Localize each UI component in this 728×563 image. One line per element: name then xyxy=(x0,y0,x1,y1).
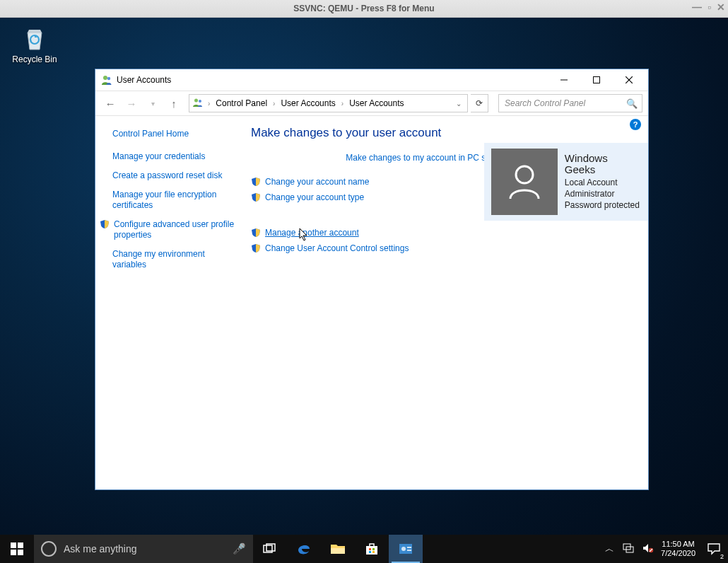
chevron-right-icon[interactable]: › xyxy=(206,100,211,108)
control-panel-taskbar-icon[interactable] xyxy=(389,535,423,563)
sidebar-item-env-vars[interactable]: Change my environment variables xyxy=(112,249,237,270)
svg-rect-24 xyxy=(407,547,411,548)
user-accounts-icon xyxy=(101,74,112,86)
user-card: Windows Geeks Local Account Administrato… xyxy=(484,143,648,221)
change-uac-settings-link[interactable]: Change User Account Control settings xyxy=(251,243,634,253)
system-tray: ︿ 11:50 AM 7/24/2020 xyxy=(599,540,700,558)
search-icon[interactable]: 🔍 xyxy=(626,98,638,109)
control-panel-window: User Accounts ← → ▾ ↑ xyxy=(95,69,649,490)
host-minimize[interactable]: — xyxy=(692,1,702,13)
user-line-2: Password protected xyxy=(565,199,641,211)
svg-rect-10 xyxy=(11,542,16,548)
host-title: SSVNC: QEMU - Press F8 for Menu xyxy=(293,4,434,13)
svg-point-8 xyxy=(199,100,201,103)
user-line-1: Administrator xyxy=(565,188,641,199)
link-label: Change User Account Control settings xyxy=(265,243,409,253)
sidebar: Control Panel Home Manage your credentia… xyxy=(95,122,244,489)
refresh-button[interactable]: ⟳ xyxy=(471,94,488,112)
up-button[interactable]: ↑ xyxy=(165,94,183,112)
svg-rect-18 xyxy=(369,548,371,550)
svg-rect-11 xyxy=(18,542,23,548)
store-icon[interactable] xyxy=(355,535,389,563)
sidebar-item-label: Change my environment variables xyxy=(112,249,237,270)
svg-point-1 xyxy=(103,76,107,80)
cp-titlebar[interactable]: User Accounts xyxy=(95,69,648,91)
crumb-1[interactable]: User Accounts xyxy=(279,98,336,108)
close-button[interactable] xyxy=(613,70,645,90)
shield-icon xyxy=(251,228,261,238)
time: 11:50 AM xyxy=(661,540,695,549)
action-center-icon[interactable]: 2 xyxy=(700,535,728,563)
taskbar-search-placeholder: Ask me anything xyxy=(64,543,225,555)
recent-button[interactable]: ▾ xyxy=(143,94,162,112)
link-label: Change your account type xyxy=(265,192,364,202)
recycle-bin-label: Recycle Bin xyxy=(10,54,59,64)
sidebar-item-label: Create a password reset disk xyxy=(112,170,237,181)
tray-chevron-icon[interactable]: ︿ xyxy=(604,542,616,555)
chevron-right-icon[interactable]: › xyxy=(271,100,276,108)
forward-button[interactable]: → xyxy=(122,94,141,112)
user-name: Windows Geeks xyxy=(565,153,641,175)
search-input[interactable] xyxy=(503,98,626,109)
svg-point-7 xyxy=(194,98,198,102)
sidebar-item-label: Configure advanced user profile properti… xyxy=(114,219,237,240)
shield-icon xyxy=(251,192,261,202)
svg-rect-16 xyxy=(331,548,345,554)
svg-rect-4 xyxy=(594,77,600,83)
sidebar-item-label: Manage your credentials xyxy=(112,151,237,162)
svg-point-2 xyxy=(107,77,110,80)
recycle-bin[interactable]: Recycle Bin xyxy=(10,23,59,64)
breadcrumb[interactable]: › Control Panel › User Accounts › User A… xyxy=(189,94,468,112)
cortana-icon xyxy=(41,541,57,557)
svg-rect-19 xyxy=(372,548,375,550)
notification-count: 2 xyxy=(720,553,724,560)
volume-icon[interactable] xyxy=(641,543,655,555)
crumb-0[interactable]: Control Panel xyxy=(214,98,269,108)
desktop[interactable]: Recycle Bin User Accounts xyxy=(0,18,728,563)
cp-title: User Accounts xyxy=(117,75,171,85)
network-icon[interactable] xyxy=(621,543,635,555)
svg-rect-12 xyxy=(11,550,16,555)
sidebar-item-credentials[interactable]: Manage your credentials xyxy=(112,151,237,162)
edge-icon[interactable] xyxy=(287,535,321,563)
sidebar-item-password-reset[interactable]: Create a password reset disk xyxy=(112,170,237,181)
taskbar: Ask me anything 🎤 ︿ xyxy=(0,535,728,563)
date: 7/24/2020 xyxy=(661,549,695,558)
user-line-0: Local Account xyxy=(565,177,641,188)
svg-point-9 xyxy=(516,166,533,183)
svg-rect-17 xyxy=(366,546,377,555)
control-panel-home-link[interactable]: Control Panel Home xyxy=(112,129,237,139)
recycle-bin-icon xyxy=(20,23,49,53)
maximize-button[interactable] xyxy=(580,70,613,90)
sidebar-item-encryption[interactable]: Manage your file encryption certificates xyxy=(112,190,237,211)
chevron-right-icon[interactable]: › xyxy=(340,100,345,108)
svg-rect-25 xyxy=(407,550,411,551)
search-box[interactable]: 🔍 xyxy=(498,94,642,112)
avatar xyxy=(491,149,558,215)
task-view-button[interactable] xyxy=(253,535,287,563)
svg-point-23 xyxy=(401,547,406,551)
address-bar: ← → ▾ ↑ › Control Panel › xyxy=(95,91,648,116)
microphone-icon[interactable]: 🎤 xyxy=(233,542,246,555)
link-label: Manage another account xyxy=(265,228,359,238)
manage-another-account-link[interactable]: Manage another account xyxy=(251,228,634,238)
back-button[interactable]: ← xyxy=(101,94,119,112)
sidebar-item-profile-properties[interactable]: Configure advanced user profile properti… xyxy=(112,219,237,240)
svg-rect-13 xyxy=(18,550,23,555)
host-titlebar: SSVNC: QEMU - Press F8 for Menu — ▫ ✕ xyxy=(0,0,728,18)
sidebar-item-label: Manage your file encryption certificates xyxy=(112,190,237,211)
page-heading: Make changes to your user account xyxy=(251,126,634,140)
address-dropdown[interactable]: ⌄ xyxy=(453,100,464,108)
clock[interactable]: 11:50 AM 7/24/2020 xyxy=(661,540,695,558)
host-close[interactable]: ✕ xyxy=(717,1,725,13)
taskbar-search[interactable]: Ask me anything 🎤 xyxy=(34,535,253,563)
start-button[interactable] xyxy=(0,535,34,563)
minimize-button[interactable] xyxy=(548,70,580,90)
svg-rect-21 xyxy=(372,551,375,553)
shield-icon xyxy=(100,219,110,229)
main-content: Make changes to your user account Make c… xyxy=(244,122,648,489)
shield-icon xyxy=(251,177,261,187)
host-maximize[interactable]: ▫ xyxy=(708,1,711,13)
file-explorer-icon[interactable] xyxy=(321,535,355,563)
crumb-2[interactable]: User Accounts xyxy=(348,98,405,108)
